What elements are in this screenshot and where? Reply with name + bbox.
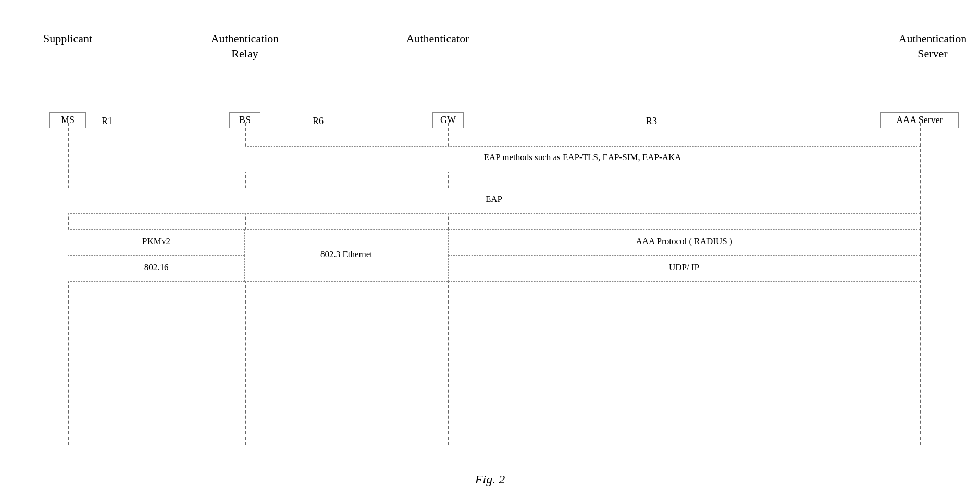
supplicant-header: Supplicant — [31, 31, 104, 46]
eap-label: EAP — [68, 194, 920, 204]
ms-vline — [68, 123, 69, 445]
r3-label: R3 — [646, 116, 657, 127]
pkmv2-label: PKMv2 — [68, 236, 245, 247]
backbone-line — [68, 119, 902, 119]
auth-server-header: AuthenticationServer — [880, 31, 980, 61]
udpip-label: UDP/ IP — [448, 262, 920, 273]
r6-label: R6 — [313, 116, 324, 127]
eap-methods-label: EAP methods such as EAP-TLS, EAP-SIM, EA… — [245, 152, 920, 163]
authenticator-header: Authenticator — [386, 31, 490, 46]
aaa-protocol-label: AAA Protocol ( RADIUS ) — [448, 236, 920, 247]
fig-label: Fig. 2 — [475, 472, 505, 487]
diagram-container: Supplicant AuthenticationRelay Authentic… — [21, 31, 959, 466]
ethernet-label: 802.3 Ethernet — [245, 249, 448, 260]
auth-relay-header: AuthenticationRelay — [193, 31, 297, 61]
r1-label: R1 — [102, 116, 113, 127]
s80216-label: 802.16 — [68, 262, 245, 273]
